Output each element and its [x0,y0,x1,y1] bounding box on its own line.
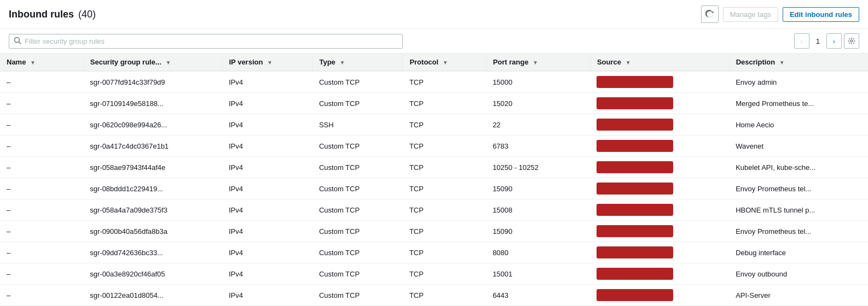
cell-type: Custom TCP [313,71,403,93]
cell-sgr: sgr-00122ea01d8054... [83,285,222,306]
cell-source [590,263,729,285]
sort-icon-name: ▼ [30,60,36,66]
cell-type: Custom TCP [313,263,403,285]
rule-count: (40) [78,9,96,20]
refresh-button[interactable] [701,5,719,23]
cell-protocol: TCP [403,178,486,199]
filter-bar: ‹ 1 › [0,29,868,54]
cell-ipv: IPv4 [222,178,313,199]
cell-ipv: IPv4 [222,221,313,242]
source-redacted-block [597,246,673,258]
cell-protocol: TCP [403,221,486,242]
table-settings-button[interactable] [844,33,859,49]
sort-icon-sgr: ▼ [165,60,171,66]
cell-name: – [0,263,83,285]
header-actions: Manage tags Edit inbound rules [701,5,859,23]
cell-ipv: IPv4 [222,285,313,306]
source-redacted-block [597,161,673,173]
cell-name: – [0,178,83,199]
cell-description: HBONE mTLS tunnel p... [729,199,868,221]
source-redacted-block [597,225,673,237]
cell-protocol: TCP [403,199,486,221]
cell-ipv: IPv4 [222,263,313,285]
cell-description: Envoy admin [729,71,868,93]
cell-name: – [0,93,83,114]
cell-type: Custom TCP [313,157,403,178]
edit-inbound-rules-button[interactable]: Edit inbound rules [783,7,859,22]
pagination-bar: ‹ 1 › [794,33,859,49]
table-row: –sgr-08bddd1c229419...IPv4Custom TCPTCP1… [0,178,868,199]
cell-description: Merged Prometheus te... [729,93,868,114]
cell-source [590,157,729,178]
cell-source [590,285,729,306]
sort-icon-ipv: ▼ [267,60,273,66]
cell-protocol: TCP [403,242,486,263]
manage-tags-button[interactable]: Manage tags [723,7,778,22]
cell-sgr: sgr-00a3e8920cf46af05 [83,263,222,285]
cell-port: 15090 [486,178,590,199]
cell-port: 15090 [486,221,590,242]
cell-source [590,199,729,221]
cell-port: 22 [486,114,590,136]
cell-port: 15000 [486,71,590,93]
col-header-port[interactable]: Port range ▼ [486,54,590,71]
table-header-row: Name ▼ Security group rule... ▼ IP versi… [0,54,868,71]
cell-ipv: IPv4 [222,71,313,93]
cell-sgr: sgr-09dd742636bc33... [83,242,222,263]
col-header-name[interactable]: Name ▼ [0,54,83,71]
cell-type: Custom TCP [313,221,403,242]
col-header-ipv[interactable]: IP version ▼ [222,54,313,71]
cell-type: Custom TCP [313,93,403,114]
col-header-description[interactable]: Description ▼ [729,54,868,71]
col-header-source[interactable]: Source ▼ [590,54,729,71]
cell-description: Wavenet [729,136,868,157]
cell-protocol: TCP [403,71,486,93]
table-row: –sgr-058ae97943f44af4eIPv4Custom TCPTCP1… [0,157,868,178]
cell-source [590,178,729,199]
pagination-next-button[interactable]: › [826,33,842,49]
table-row: –sgr-0077fd914c33f79d9IPv4Custom TCPTCP1… [0,71,868,93]
cell-sgr: sgr-0620c098e994a26... [83,114,222,136]
table-row: –sgr-09dd742636bc33...IPv4Custom TCPTCP8… [0,242,868,263]
cell-port: 6443 [486,285,590,306]
search-input[interactable] [25,37,398,45]
cell-port: 6783 [486,136,590,157]
cell-name: – [0,114,83,136]
cell-name: – [0,199,83,221]
search-container [9,34,403,49]
cell-name: – [0,136,83,157]
cell-name: – [0,242,83,263]
source-redacted-block [597,76,673,88]
cell-source [590,136,729,157]
source-redacted-block [597,183,673,195]
cell-sgr: sgr-08bddd1c229419... [83,178,222,199]
table-row: –sgr-00122ea01d8054...IPv4Custom TCPTCP6… [0,285,868,306]
sort-icon-type: ▼ [339,60,345,66]
cell-ipv: IPv4 [222,114,313,136]
cell-type: Custom TCP [313,285,403,306]
cell-protocol: TCP [403,93,486,114]
col-header-sgr[interactable]: Security group rule... ▼ [83,54,222,71]
cell-type: Custom TCP [313,242,403,263]
cell-protocol: TCP [403,136,486,157]
col-header-protocol[interactable]: Protocol ▼ [403,54,486,71]
cell-port: 15020 [486,93,590,114]
cell-protocol: TCP [403,157,486,178]
sort-icon-port: ▼ [533,60,538,66]
cell-type: Custom TCP [313,178,403,199]
cell-type: Custom TCP [313,136,403,157]
source-redacted-block [597,289,673,301]
cell-ipv: IPv4 [222,93,313,114]
cell-description: Envoy outbound [729,263,868,285]
cell-ipv: IPv4 [222,242,313,263]
cell-sgr: sgr-058a4a7a09de375f3 [83,199,222,221]
pagination-prev-button[interactable]: ‹ [794,33,809,49]
cell-protocol: TCP [403,114,486,136]
rules-table: Name ▼ Security group rule... ▼ IP versi… [0,54,868,306]
cell-source [590,71,729,93]
col-header-type[interactable]: Type ▼ [313,54,403,71]
source-redacted-block [597,119,673,131]
pagination-page: 1 [812,37,824,45]
cell-ipv: IPv4 [222,136,313,157]
cell-source [590,221,729,242]
